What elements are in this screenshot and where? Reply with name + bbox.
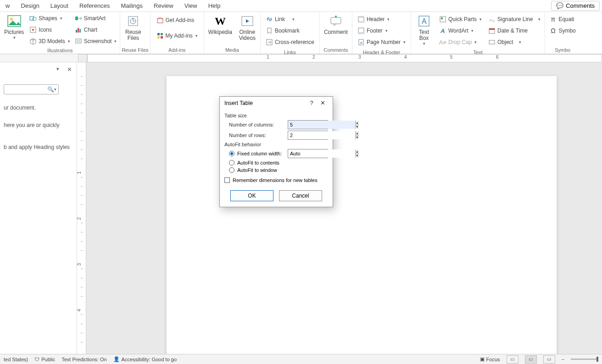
fixed-width-field[interactable]: [288, 149, 355, 158]
svg-rect-11: [77, 40, 80, 42]
textbox-button[interactable]: A Text Box ▾: [412, 13, 435, 47]
nav-dropdown[interactable]: ▾: [56, 66, 59, 72]
icons-button[interactable]: Icons: [28, 24, 72, 35]
zoom-slider[interactable]: [571, 358, 598, 360]
menu-design[interactable]: Design: [15, 0, 45, 11]
radio-autofit-window[interactable]: [229, 167, 234, 173]
chevron-down-icon: ▾: [471, 28, 474, 33]
get-addins-button[interactable]: Get Add-ins: [155, 15, 200, 26]
bookmark-button[interactable]: Bookmark: [264, 25, 316, 36]
navigation-pane: ▾ ✕ 🔍▾ ur document. here you are or quic…: [0, 62, 77, 356]
rows-field[interactable]: [288, 131, 355, 139]
view-web[interactable]: ▭: [543, 355, 555, 364]
nav-close-button[interactable]: ✕: [67, 66, 72, 73]
dropcap-button[interactable]: A≡Drop Cap▾: [437, 37, 484, 48]
quickparts-button[interactable]: Quick Parts▾: [437, 14, 484, 25]
object-label: Object: [497, 39, 513, 45]
cancel-button[interactable]: Cancel: [279, 190, 322, 201]
vertical-ruler[interactable]: 1 2 3 4: [77, 62, 86, 356]
width-up[interactable]: ▲: [356, 149, 359, 154]
quickparts-icon: [439, 16, 446, 23]
menu-draw[interactable]: w: [0, 0, 15, 11]
rows-up[interactable]: ▲: [356, 131, 359, 136]
comment-bubble-icon: 💬: [556, 2, 563, 9]
menu-view[interactable]: View: [179, 0, 203, 11]
link-button[interactable]: Link▾: [264, 14, 316, 25]
pagenumber-button[interactable]: #Page Number▾: [356, 37, 407, 48]
dialog-titlebar[interactable]: Insert Table ? ✕: [220, 97, 333, 109]
document-area[interactable]: [86, 62, 602, 356]
store-icon: [156, 17, 164, 24]
rows-down[interactable]: ▼: [356, 136, 359, 140]
header-button[interactable]: Header▾: [356, 14, 407, 25]
equation-button[interactable]: πEquati: [547, 14, 577, 25]
pictures-button[interactable]: Pictures ▾: [1, 13, 27, 41]
svg-rect-25: [358, 32, 364, 33]
dialog-help-button[interactable]: ?: [306, 99, 317, 106]
columns-input[interactable]: ▲▼: [288, 120, 328, 129]
3d-models-button[interactable]: 3D Models▾: [28, 36, 72, 47]
object-button[interactable]: Object▾: [486, 37, 542, 48]
focus-button[interactable]: ▣Focus: [480, 356, 500, 362]
ruler-mark: 4: [404, 55, 407, 60]
shapes-button[interactable]: Shapes▾: [28, 13, 72, 24]
svg-rect-6: [75, 17, 78, 20]
ruler-mark: 5: [450, 55, 453, 60]
columns-field[interactable]: [288, 121, 355, 129]
columns-up[interactable]: ▲: [356, 121, 359, 125]
svg-rect-7: [76, 30, 77, 33]
my-addins-button[interactable]: My Add-ins▾: [155, 30, 200, 41]
datetime-button[interactable]: Date & Time: [486, 25, 542, 36]
chevron-down-icon: ▾: [195, 33, 198, 38]
crossref-label: Cross-reference: [275, 39, 314, 45]
columns-down[interactable]: ▼: [356, 125, 359, 129]
width-down[interactable]: ▼: [356, 154, 359, 158]
group-text: A Text Box ▾ Quick Parts▾ AWordArt▾ A≡Dr…: [411, 12, 545, 54]
status-predictions[interactable]: Text Predictions: On: [61, 357, 106, 362]
menu-layout[interactable]: Layout: [45, 0, 74, 11]
symbol-button[interactable]: ΩSymbo: [547, 25, 577, 36]
online-videos-button[interactable]: Online Videos: [236, 13, 259, 42]
menu-references[interactable]: References: [74, 0, 115, 11]
chart-button[interactable]: Chart: [73, 24, 119, 35]
status-public[interactable]: 🛡Public: [34, 357, 55, 362]
nav-search-box[interactable]: 🔍▾: [4, 84, 59, 94]
comments-button[interactable]: 💬 Comments: [551, 1, 600, 11]
status-language[interactable]: ted States): [4, 357, 28, 362]
chevron-down-icon: ▾: [114, 39, 117, 44]
chevron-down-icon: ▾: [519, 40, 521, 44]
menu-review[interactable]: Review: [148, 0, 179, 11]
textbox-icon: A: [417, 14, 431, 28]
rows-input[interactable]: ▲▼: [288, 131, 328, 140]
svg-rect-18: [161, 36, 163, 39]
screenshot-button[interactable]: Screenshot▾: [73, 36, 119, 47]
crossref-icon: [266, 39, 273, 46]
horizontal-ruler[interactable]: 1 2 3 4 5 6: [0, 54, 602, 62]
view-read[interactable]: ▭: [507, 355, 518, 364]
signatureline-button[interactable]: Signature Line▾: [486, 14, 542, 25]
crossref-button[interactable]: Cross-reference: [264, 37, 316, 48]
fixed-width-input[interactable]: ▲▼: [288, 149, 328, 158]
smartart-button[interactable]: SmartArt: [73, 13, 119, 24]
zoom-out[interactable]: −: [562, 357, 564, 362]
dialog-close-button[interactable]: ✕: [317, 99, 328, 106]
group-illustrations-label: Illustrations: [1, 47, 118, 54]
reuse-files-button[interactable]: Reuse Files: [122, 13, 145, 42]
menu-help[interactable]: Help: [203, 0, 226, 11]
wikipedia-icon: W: [213, 14, 228, 28]
comment-button[interactable]: Comment: [321, 13, 351, 36]
menu-mailings[interactable]: Mailings: [115, 0, 148, 11]
radio-fixed-width[interactable]: [229, 151, 234, 156]
wikipedia-button[interactable]: W Wikipedia: [206, 13, 235, 36]
wordart-button[interactable]: AWordArt▾: [437, 25, 484, 36]
ok-button[interactable]: OK: [230, 190, 273, 201]
section-table-size: Table size: [224, 113, 328, 118]
status-accessibility[interactable]: 👤Accessibility: Good to go: [113, 356, 177, 362]
view-print[interactable]: ▭: [525, 355, 537, 364]
remember-checkbox[interactable]: [224, 177, 230, 183]
insert-table-dialog: Insert Table ? ✕ Table size Number of co…: [219, 96, 333, 207]
radio-autofit-contents[interactable]: [229, 160, 234, 165]
pictures-label: Pictures: [4, 29, 24, 35]
footer-button[interactable]: Footer▾: [356, 25, 407, 36]
link-label: Link: [275, 16, 285, 22]
